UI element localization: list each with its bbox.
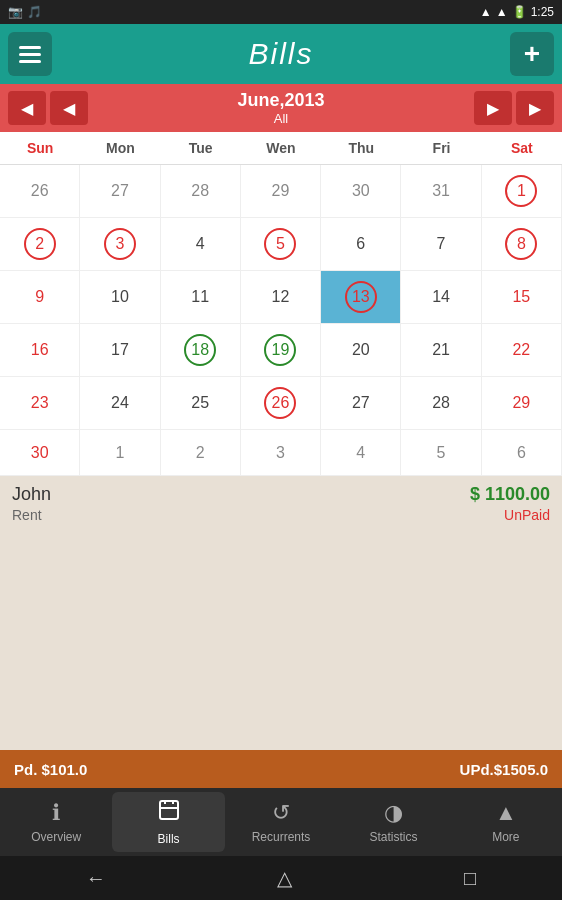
tab-bills-label: Bills [158, 832, 180, 846]
tab-recurrents-label: Recurrents [252, 830, 311, 844]
app-icon1: 📷 [8, 5, 23, 19]
day-header-tue: Tue [161, 132, 241, 164]
cal-cell-5-next[interactable]: 5 [401, 430, 481, 476]
cal-cell-3[interactable]: 3 [80, 218, 160, 271]
cal-cell-11[interactable]: 11 [161, 271, 241, 324]
day-header-sat: Sat [482, 132, 562, 164]
cal-cell-4[interactable]: 4 [161, 218, 241, 271]
cal-cell-27-prev[interactable]: 27 [80, 165, 160, 218]
day-header-thu: Thu [321, 132, 401, 164]
cal-cell-31-prev[interactable]: 31 [401, 165, 481, 218]
cal-cell-23[interactable]: 23 [0, 377, 80, 430]
cal-cell-18[interactable]: 18 [161, 324, 241, 377]
cal-cell-2-next[interactable]: 2 [161, 430, 241, 476]
menu-button[interactable] [8, 32, 52, 76]
cal-cell-2[interactable]: 2 [0, 218, 80, 271]
cal-cell-8[interactable]: 8 [482, 218, 562, 271]
cal-cell-7[interactable]: 7 [401, 218, 481, 271]
bill-entry-row1[interactable]: John $ 1100.00 [0, 476, 562, 507]
cal-cell-6[interactable]: 6 [321, 218, 401, 271]
cal-cell-21[interactable]: 21 [401, 324, 481, 377]
nav-right-group: ▶ ▶ [474, 91, 554, 125]
system-nav-bar: ← △ □ [0, 856, 562, 900]
next-month-button[interactable]: ▶ [474, 91, 512, 125]
cal-cell-19[interactable]: 19 [241, 324, 321, 377]
calendar-body: 26 27 28 29 30 31 1 2 3 4 5 6 7 8 9 10 1… [0, 165, 562, 476]
unpaid-label: UPd.$1505.0 [460, 761, 548, 778]
calendar-nav-bar: ◀ ◀ June,2013 All ▶ ▶ [0, 84, 562, 132]
tab-statistics[interactable]: ◑ Statistics [337, 794, 449, 850]
add-button[interactable]: + [510, 32, 554, 76]
cal-cell-29[interactable]: 29 [482, 377, 562, 430]
cal-cell-14[interactable]: 14 [401, 271, 481, 324]
bottom-status-bar: Pd. $101.0 UPd.$1505.0 [0, 750, 562, 788]
nav-month: June,2013 [237, 90, 324, 111]
cal-cell-17[interactable]: 17 [80, 324, 160, 377]
day-header-wen: Wen [241, 132, 321, 164]
home-button[interactable]: △ [277, 866, 292, 890]
nav-filter: All [237, 111, 324, 126]
cal-cell-1[interactable]: 1 [482, 165, 562, 218]
cal-cell-12[interactable]: 12 [241, 271, 321, 324]
tab-bills[interactable]: Bills [112, 792, 224, 852]
signal-icon: ▲ [496, 5, 508, 19]
cal-cell-6-next[interactable]: 6 [482, 430, 562, 476]
paid-label: Pd. $101.0 [14, 761, 87, 778]
app-icon2: 🎵 [27, 5, 42, 19]
prev-year-button[interactable]: ◀ [8, 91, 46, 125]
cal-cell-10[interactable]: 10 [80, 271, 160, 324]
cal-cell-28-prev[interactable]: 28 [161, 165, 241, 218]
bills-icon [157, 798, 181, 828]
prev-month-button[interactable]: ◀ [50, 91, 88, 125]
tab-bar: ℹ Overview Bills ↺ Recurrents ◑ Statisti… [0, 788, 562, 856]
cal-cell-27[interactable]: 27 [321, 377, 401, 430]
cal-cell-26-prev[interactable]: 26 [0, 165, 80, 218]
cal-cell-29-prev[interactable]: 29 [241, 165, 321, 218]
tab-more-label: More [492, 830, 519, 844]
back-button[interactable]: ← [86, 867, 106, 890]
bill-area: John $ 1100.00 Rent UnPaid [0, 476, 562, 613]
more-icon: ▲ [495, 800, 517, 826]
cal-cell-3-next[interactable]: 3 [241, 430, 321, 476]
svg-rect-0 [160, 801, 178, 819]
empty-content-area [0, 613, 562, 750]
tab-overview[interactable]: ℹ Overview [0, 794, 112, 850]
day-header-mon: Mon [80, 132, 160, 164]
cal-cell-13-today[interactable]: 13 [321, 271, 401, 324]
cal-cell-26[interactable]: 26 [241, 377, 321, 430]
tab-overview-label: Overview [31, 830, 81, 844]
cal-cell-28[interactable]: 28 [401, 377, 481, 430]
status-bar: 📷 🎵 ▲ ▲ 🔋 1:25 [0, 0, 562, 24]
bill-amount: $ 1100.00 [470, 484, 550, 505]
cal-cell-22[interactable]: 22 [482, 324, 562, 377]
app-header: Bills + [0, 24, 562, 84]
cal-cell-16[interactable]: 16 [0, 324, 80, 377]
cal-cell-24[interactable]: 24 [80, 377, 160, 430]
bill-status: UnPaid [504, 507, 550, 523]
cal-cell-4-next[interactable]: 4 [321, 430, 401, 476]
calendar-header: Sun Mon Tue Wen Thu Fri Sat [0, 132, 562, 165]
cal-cell-5[interactable]: 5 [241, 218, 321, 271]
battery-icon: 🔋 [512, 5, 527, 19]
bill-category: Rent [12, 507, 42, 523]
cal-cell-15[interactable]: 15 [482, 271, 562, 324]
cal-cell-25[interactable]: 25 [161, 377, 241, 430]
tab-more[interactable]: ▲ More [450, 794, 562, 850]
statistics-icon: ◑ [384, 800, 403, 826]
day-header-fri: Fri [401, 132, 481, 164]
wifi-icon: ▲ [480, 5, 492, 19]
status-right-icons: ▲ ▲ 🔋 1:25 [480, 5, 554, 19]
next-year-button[interactable]: ▶ [516, 91, 554, 125]
cal-cell-30[interactable]: 30 [0, 430, 80, 476]
tab-statistics-label: Statistics [369, 830, 417, 844]
cal-cell-1-next[interactable]: 1 [80, 430, 160, 476]
cal-cell-20[interactable]: 20 [321, 324, 401, 377]
status-left-icons: 📷 🎵 [8, 5, 42, 19]
overview-icon: ℹ [52, 800, 60, 826]
recents-button[interactable]: □ [464, 867, 476, 890]
bill-person-name: John [12, 484, 51, 505]
recurrents-icon: ↺ [272, 800, 290, 826]
cal-cell-9[interactable]: 9 [0, 271, 80, 324]
tab-recurrents[interactable]: ↺ Recurrents [225, 794, 337, 850]
cal-cell-30-prev[interactable]: 30 [321, 165, 401, 218]
